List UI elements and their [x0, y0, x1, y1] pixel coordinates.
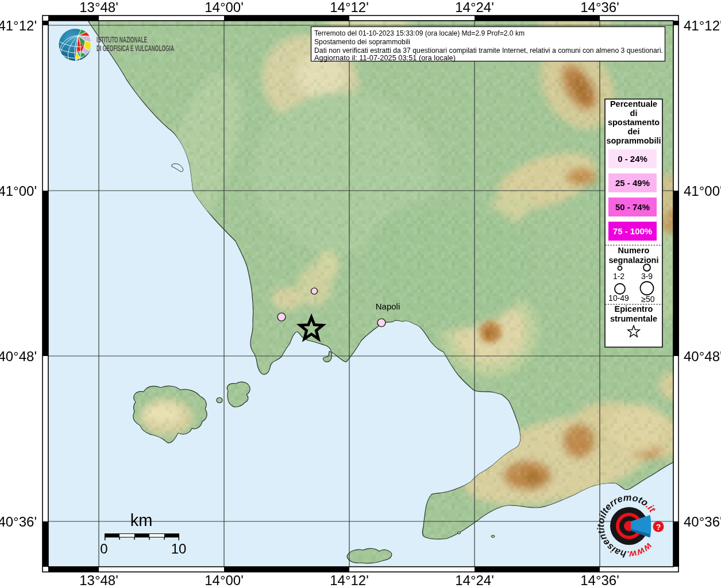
svg-text:?: ? — [656, 523, 661, 532]
svg-text:14°36': 14°36' — [580, 572, 619, 588]
svg-text:10: 10 — [171, 541, 187, 556]
svg-text:dei: dei — [628, 127, 640, 136]
svg-text:Terremoto del 01-10-2023 15:33: Terremoto del 01-10-2023 15:33:09 (ora l… — [314, 29, 525, 37]
svg-text:Napoli: Napoli — [376, 301, 400, 311]
svg-text:14°24': 14°24' — [455, 0, 494, 15]
svg-text:14°24': 14°24' — [455, 572, 494, 588]
svg-text:Numero: Numero — [618, 246, 650, 255]
svg-text:14°00': 14°00' — [205, 0, 244, 15]
svg-text:41°00': 41°00' — [0, 183, 37, 199]
svg-text:50 - 74%: 50 - 74% — [615, 202, 650, 212]
svg-text:spostamento: spostamento — [608, 118, 660, 127]
svg-text:ISTITUTO NAZIONALE: ISTITUTO NAZIONALE — [97, 35, 147, 44]
svg-text:≥50: ≥50 — [641, 295, 654, 304]
svg-text:0: 0 — [100, 541, 107, 556]
svg-text:Percentuale: Percentuale — [610, 99, 657, 109]
svg-text:40°36': 40°36' — [684, 514, 721, 529]
svg-text:DI GEOFISICA E VULCANOLOGIA: DI GEOFISICA E VULCANOLOGIA — [97, 44, 174, 53]
svg-text:14°12': 14°12' — [330, 0, 369, 15]
svg-text:40°48': 40°48' — [684, 349, 721, 364]
svg-text:3-9: 3-9 — [641, 272, 653, 281]
svg-text:1-2: 1-2 — [613, 272, 624, 281]
svg-text:75 - 100%: 75 - 100% — [613, 226, 652, 236]
svg-text:25 - 49%: 25 - 49% — [615, 178, 650, 188]
svg-text:0 - 24%: 0 - 24% — [618, 154, 647, 164]
svg-text:14°36': 14°36' — [580, 0, 619, 15]
svg-text:41°00': 41°00' — [684, 183, 721, 199]
svg-text:soprammobili: soprammobili — [606, 136, 661, 145]
svg-text:Aggiornato il: 11-07-2025 03:5: Aggiornato il: 11-07-2025 03:51 (ora loc… — [314, 53, 456, 62]
svg-text:segnalazioni: segnalazioni — [608, 256, 658, 265]
svg-text:di: di — [630, 109, 638, 118]
svg-text:strumentale: strumentale — [610, 314, 657, 323]
svg-text:14°00': 14°00' — [205, 572, 244, 588]
svg-text:40°36': 40°36' — [0, 514, 37, 529]
svg-text:10-49: 10-49 — [608, 293, 629, 303]
svg-text:13°48': 13°48' — [79, 572, 118, 588]
svg-text:41°12': 41°12' — [684, 18, 721, 33]
svg-text:Epicentro: Epicentro — [615, 304, 653, 314]
svg-text:41°12': 41°12' — [0, 18, 37, 33]
svg-text:km: km — [130, 511, 153, 529]
svg-text:13°48': 13°48' — [79, 0, 118, 15]
svg-text:Spostamento dei soprammobili: Spostamento dei soprammobili — [314, 37, 410, 46]
svg-text:14°12': 14°12' — [330, 572, 369, 588]
svg-text:40°48': 40°48' — [0, 349, 37, 364]
